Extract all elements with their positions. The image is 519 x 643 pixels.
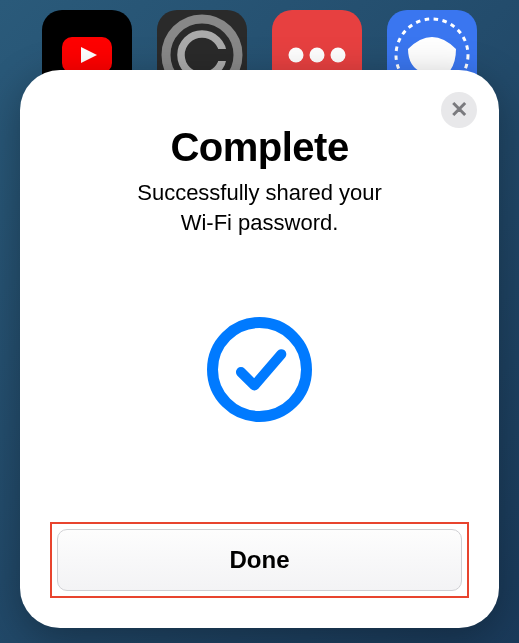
success-indicator bbox=[207, 217, 312, 522]
completion-modal: ✕ Complete Successfully shared your Wi-F… bbox=[20, 70, 499, 628]
checkmark-circle-icon bbox=[207, 317, 312, 422]
done-button-highlight: Done bbox=[50, 522, 469, 598]
svg-point-6 bbox=[330, 48, 345, 63]
modal-title: Complete bbox=[170, 125, 348, 170]
svg-rect-3 bbox=[198, 49, 228, 61]
modal-content: Complete Successfully shared your Wi-Fi … bbox=[50, 100, 469, 522]
svg-point-4 bbox=[288, 48, 303, 63]
close-button[interactable]: ✕ bbox=[441, 92, 477, 128]
close-icon: ✕ bbox=[450, 97, 468, 123]
done-button[interactable]: Done bbox=[57, 529, 462, 591]
svg-point-5 bbox=[309, 48, 324, 63]
